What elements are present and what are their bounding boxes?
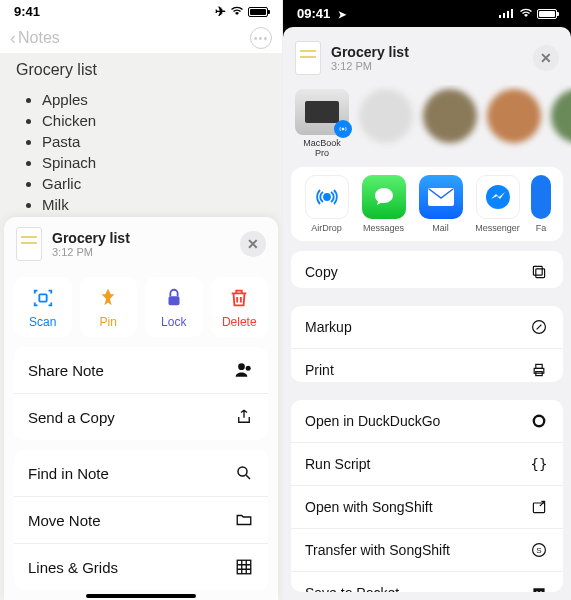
scan-label: Scan (29, 315, 56, 329)
list-item: Spinach (42, 152, 266, 173)
close-button[interactable]: ✕ (533, 45, 559, 71)
person-label: MacBook Pro (295, 139, 349, 159)
svg-point-21 (535, 417, 543, 425)
sheet-titles: Grocery list 3:12 PM (52, 230, 130, 258)
airdrop-target[interactable] (423, 89, 477, 159)
pin-icon (97, 287, 119, 309)
print-row[interactable]: Print (291, 348, 563, 382)
copy-icon (529, 262, 549, 282)
avatar-blur (423, 89, 477, 143)
app-label: Messenger (475, 223, 520, 233)
sheet-header: Grocery list 3:12 PM ✕ (283, 31, 571, 85)
app-messenger[interactable]: Messenger (474, 175, 521, 233)
app-label: Mail (432, 223, 449, 233)
airdrop-target[interactable] (551, 89, 571, 159)
move-row[interactable]: Move Note (14, 496, 268, 543)
script-row[interactable]: Run Script {} (291, 442, 563, 485)
location-icon: ➤ (338, 9, 346, 20)
share-note-row[interactable]: Share Note (14, 347, 268, 393)
copy-label: Copy (305, 264, 338, 280)
svg-rect-8 (507, 11, 509, 18)
share-note-label: Share Note (28, 362, 104, 379)
close-icon: ✕ (247, 236, 259, 252)
duckduckgo-icon (529, 411, 549, 431)
scan-button[interactable]: Scan (14, 277, 72, 337)
braces-icon: {} (529, 454, 549, 474)
grid-icon (234, 557, 254, 577)
lines-label: Lines & Grids (28, 559, 118, 576)
status-bar: 9:41 ✈ (0, 0, 282, 21)
more-button[interactable]: ••• (250, 27, 272, 49)
app-label: Messages (363, 223, 404, 233)
pin-button[interactable]: Pin (80, 277, 138, 337)
chevron-left-icon: ‹ (10, 28, 16, 49)
delete-label: Delete (222, 315, 257, 329)
share-apps: AirDrop Messages Mail Messenger Fa (291, 167, 563, 241)
svg-rect-7 (503, 13, 505, 18)
svg-point-10 (342, 128, 344, 130)
copy-row[interactable]: Copy (291, 251, 563, 289)
svg-point-11 (324, 194, 330, 200)
markup-label: Markup (305, 319, 352, 335)
airdrop-people: MacBook Pro (283, 85, 571, 167)
find-label: Find in Note (28, 465, 109, 482)
scan-icon (32, 287, 54, 309)
airdrop-target[interactable] (359, 89, 413, 159)
songshift-transfer-row[interactable]: Transfer with SongShift S (291, 528, 563, 571)
svg-rect-0 (39, 294, 46, 301)
app-facebook[interactable]: Fa (531, 175, 551, 233)
clock: 9:41 (14, 4, 40, 19)
battery-icon (248, 7, 268, 17)
delete-button[interactable]: Delete (211, 277, 269, 337)
trash-icon (228, 287, 250, 309)
songshift-open-row[interactable]: Open with SongShift (291, 485, 563, 528)
svg-text:S: S (536, 547, 541, 556)
left-screen: 9:41 ✈ ‹ Notes ••• Grocery list Apples C… (0, 0, 283, 600)
menu-group: Copy (291, 251, 563, 289)
svg-rect-9 (511, 9, 513, 18)
menu-group-1: Share Note Send a Copy (14, 347, 268, 440)
share-sheet: Grocery list 3:12 PM ✕ MacBook Pro (283, 27, 571, 600)
pin-label: Pin (100, 315, 117, 329)
home-indicator[interactable] (86, 594, 196, 598)
svg-rect-14 (536, 268, 545, 277)
status-icons: ✈ (215, 4, 268, 19)
facebook-icon (531, 175, 551, 219)
status-icons (499, 6, 557, 21)
app-airdrop[interactable]: AirDrop (303, 175, 350, 233)
document-icon (16, 227, 42, 261)
battery-icon (537, 9, 557, 19)
find-row[interactable]: Find in Note (14, 450, 268, 496)
people-icon (234, 360, 254, 380)
pocket-label: Save to Pocket (305, 585, 399, 592)
avatar-blur (359, 89, 413, 143)
back-label: Notes (18, 29, 60, 47)
lines-row[interactable]: Lines & Grids (14, 543, 268, 590)
app-messages[interactable]: Messages (360, 175, 407, 233)
airdrop-target-macbook[interactable]: MacBook Pro (295, 89, 349, 159)
close-button[interactable]: ✕ (240, 231, 266, 257)
send-copy-row[interactable]: Send a Copy (14, 393, 268, 440)
pocket-row[interactable]: Save to Pocket (291, 571, 563, 592)
airdrop-target[interactable] (487, 89, 541, 159)
app-mail[interactable]: Mail (417, 175, 464, 233)
close-icon: ✕ (540, 50, 552, 66)
wifi-icon (519, 6, 533, 21)
back-button[interactable]: ‹ Notes ••• (0, 21, 282, 53)
svg-rect-6 (499, 15, 501, 18)
svg-rect-22 (533, 503, 544, 513)
markup-icon (529, 317, 549, 337)
sheet-titles: Grocery list 3:12 PM (331, 44, 409, 72)
search-icon (234, 463, 254, 483)
markup-row[interactable]: Markup (291, 306, 563, 348)
airdrop-icon (305, 175, 349, 219)
ddg-row[interactable]: Open in DuckDuckGo (291, 400, 563, 442)
menu-group: Open in DuckDuckGo Run Script {} Open wi… (291, 400, 563, 592)
svg-point-3 (246, 366, 251, 371)
airplane-icon: ✈ (215, 4, 226, 19)
action-sheet: Grocery list 3:12 PM ✕ Scan Pin Lock (4, 217, 278, 600)
avatar-blur (487, 89, 541, 143)
app-label: Fa (536, 223, 547, 233)
lock-button[interactable]: Lock (145, 277, 203, 337)
share-icon (234, 407, 254, 427)
